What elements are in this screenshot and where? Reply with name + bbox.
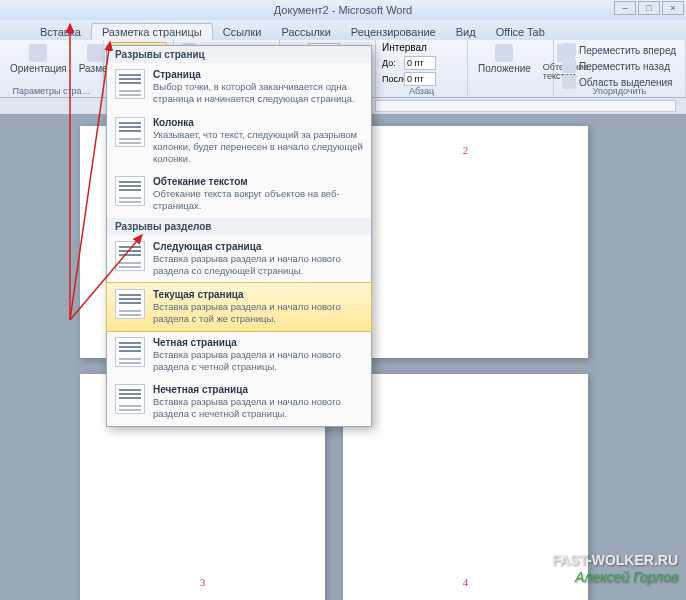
window-titlebar: Документ2 - Microsoft Word – □ × (0, 0, 686, 20)
ribbon-tabs: Вставка Разметка страницы Ссылки Рассылк… (0, 20, 686, 40)
tab-page-layout[interactable]: Разметка страницы (91, 23, 213, 40)
orientation-icon (29, 44, 47, 62)
position-button[interactable]: Положение (474, 42, 535, 83)
section-even-page-item[interactable]: Четная страницаВставка разрыва раздела и… (107, 331, 371, 379)
size-icon (87, 44, 105, 62)
before-label: До: (382, 58, 402, 68)
next-page-icon (115, 241, 145, 271)
section-continuous-item[interactable]: Текущая страницаВставка разрыва раздела … (106, 282, 372, 332)
interval-header: Интервал (382, 42, 461, 53)
section-odd-page-item[interactable]: Нечетная страницаВставка разрыва раздела… (107, 378, 371, 426)
page-2[interactable]: 2 (343, 126, 588, 358)
window-controls: – □ × (614, 1, 684, 15)
watermark-author: Алексей Горлов (552, 569, 678, 586)
dropdown-section-header: Разрывы страниц (107, 46, 371, 63)
tab-references[interactable]: Ссылки (213, 24, 272, 40)
tab-insert[interactable]: Вставка (30, 24, 91, 40)
tab-office-tab[interactable]: Office Tab (486, 24, 555, 40)
section-next-page-item[interactable]: Следующая страницаВставка разрыва раздел… (107, 235, 371, 283)
group-page-setup: Ориентация Размер Колонки Параметры стра… (0, 40, 104, 97)
orientation-button[interactable]: Ориентация (6, 42, 71, 76)
even-page-icon (115, 337, 145, 367)
position-icon (495, 44, 513, 62)
odd-page-icon (115, 384, 145, 414)
dropdown-section-header: Разрывы разделов (107, 218, 371, 235)
before-input[interactable] (404, 56, 436, 70)
tab-view[interactable]: Вид (446, 24, 486, 40)
group-arrange2: Переместить вперед Переместить назад Обл… (554, 40, 686, 97)
group-label: Параметры стра… (0, 86, 103, 96)
continuous-icon (115, 289, 145, 319)
group-label: Упорядочить (554, 86, 685, 96)
textwrap-break-icon (115, 176, 145, 206)
after-label: После: (382, 74, 402, 84)
group-interval: Интервал До: После: Абзац (376, 40, 468, 97)
backward-icon (562, 59, 576, 73)
page-number: 3 (200, 576, 206, 588)
page-break-icon (115, 69, 145, 99)
break-column-item[interactable]: КолонкаУказывает, что текст, следующий з… (107, 111, 371, 171)
maximize-button[interactable]: □ (638, 1, 660, 15)
break-textwrap-item[interactable]: Обтекание текстомОбтекание текста вокруг… (107, 170, 371, 218)
horizontal-ruler[interactable] (375, 100, 676, 112)
group-arrange1: Положение Обтекание текстом (468, 40, 554, 97)
send-backward-button[interactable]: Переместить назад (560, 58, 679, 74)
page-number: 4 (463, 576, 469, 588)
minimize-button[interactable]: – (614, 1, 636, 15)
forward-icon (562, 43, 576, 57)
bring-forward-button[interactable]: Переместить вперед (560, 42, 679, 58)
watermark-site: FAST-WOLKER.RU (552, 552, 678, 569)
page-number: 2 (463, 144, 469, 156)
close-button[interactable]: × (662, 1, 684, 15)
break-page-item[interactable]: СтраницаВыбор точки, в которой заканчива… (107, 63, 371, 111)
tab-review[interactable]: Рецензирование (341, 24, 446, 40)
column-break-icon (115, 117, 145, 147)
breaks-dropdown: Разрывы страниц СтраницаВыбор точки, в к… (106, 45, 372, 427)
watermark: FAST-WOLKER.RU Алексей Горлов (552, 552, 678, 586)
title-text: Документ2 - Microsoft Word (274, 4, 412, 16)
after-input[interactable] (404, 72, 436, 86)
group-label: Абзац (376, 86, 467, 96)
tab-mailings[interactable]: Рассылки (271, 24, 340, 40)
